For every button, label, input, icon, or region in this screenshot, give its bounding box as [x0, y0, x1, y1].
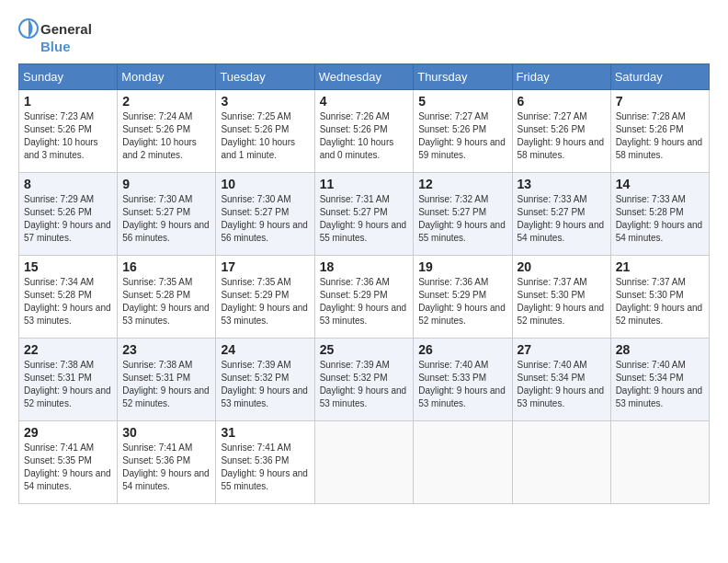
calendar-cell: 7 Sunrise: 7:28 AM Sunset: 5:26 PM Dayli…: [610, 90, 709, 173]
day-number: 21: [616, 259, 704, 274]
header-section: General Blue: [18, 18, 710, 54]
day-number: 26: [418, 342, 506, 357]
day-info: Sunrise: 7:23 AM Sunset: 5:26 PM Dayligh…: [24, 110, 112, 162]
calendar-cell: 16 Sunrise: 7:35 AM Sunset: 5:28 PM Dayl…: [118, 256, 216, 339]
day-info: Sunrise: 7:39 AM Sunset: 5:32 PM Dayligh…: [221, 359, 309, 410]
calendar-week-row: 29 Sunrise: 7:41 AM Sunset: 5:35 PM Dayl…: [19, 421, 710, 504]
calendar-cell: 31 Sunrise: 7:41 AM Sunset: 5:36 PM Dayl…: [216, 421, 314, 504]
day-info: Sunrise: 7:24 AM Sunset: 5:26 PM Dayligh…: [122, 110, 210, 162]
calendar-week-row: 15 Sunrise: 7:34 AM Sunset: 5:28 PM Dayl…: [19, 256, 710, 339]
calendar-cell: 18 Sunrise: 7:36 AM Sunset: 5:29 PM Dayl…: [314, 256, 414, 339]
day-info: Sunrise: 7:41 AM Sunset: 5:35 PM Dayligh…: [24, 442, 112, 493]
weekday-header: Saturday: [610, 64, 709, 90]
day-info: Sunrise: 7:36 AM Sunset: 5:29 PM Dayligh…: [418, 276, 506, 327]
day-info: Sunrise: 7:29 AM Sunset: 5:26 PM Dayligh…: [24, 193, 112, 245]
day-number: 2: [122, 94, 210, 109]
day-number: 27: [518, 342, 606, 357]
calendar-cell: 24 Sunrise: 7:39 AM Sunset: 5:32 PM Dayl…: [216, 339, 314, 421]
calendar-week-row: 1 Sunrise: 7:23 AM Sunset: 5:26 PM Dayli…: [19, 90, 710, 173]
day-info: Sunrise: 7:31 AM Sunset: 5:27 PM Dayligh…: [320, 193, 409, 245]
day-number: 29: [24, 425, 112, 440]
day-info: Sunrise: 7:33 AM Sunset: 5:27 PM Dayligh…: [518, 193, 606, 245]
day-info: Sunrise: 7:27 AM Sunset: 5:26 PM Dayligh…: [518, 110, 606, 162]
day-info: Sunrise: 7:30 AM Sunset: 5:27 PM Dayligh…: [122, 193, 210, 245]
day-info: Sunrise: 7:37 AM Sunset: 5:30 PM Dayligh…: [616, 276, 704, 327]
day-info: Sunrise: 7:33 AM Sunset: 5:28 PM Dayligh…: [616, 193, 704, 245]
day-info: Sunrise: 7:38 AM Sunset: 5:31 PM Dayligh…: [24, 359, 112, 410]
calendar-table: SundayMondayTuesdayWednesdayThursdayFrid…: [18, 63, 710, 504]
day-info: Sunrise: 7:40 AM Sunset: 5:34 PM Dayligh…: [616, 359, 704, 410]
day-number: 19: [418, 259, 506, 274]
weekday-header: Sunday: [19, 64, 118, 90]
day-info: Sunrise: 7:37 AM Sunset: 5:30 PM Dayligh…: [518, 276, 606, 327]
day-number: 17: [221, 259, 309, 274]
day-number: 25: [320, 342, 409, 357]
day-info: Sunrise: 7:30 AM Sunset: 5:27 PM Dayligh…: [221, 193, 309, 245]
calendar-cell: 4 Sunrise: 7:26 AM Sunset: 5:26 PM Dayli…: [314, 90, 414, 173]
logo-icon: [18, 18, 39, 39]
calendar-cell: 29 Sunrise: 7:41 AM Sunset: 5:35 PM Dayl…: [19, 421, 118, 504]
day-number: 13: [518, 177, 606, 191]
day-info: Sunrise: 7:39 AM Sunset: 5:32 PM Dayligh…: [320, 359, 409, 410]
calendar-header-row: SundayMondayTuesdayWednesdayThursdayFrid…: [19, 64, 710, 90]
logo: General Blue: [18, 18, 92, 54]
day-number: 31: [221, 425, 309, 440]
calendar-cell: 19 Sunrise: 7:36 AM Sunset: 5:29 PM Dayl…: [414, 256, 512, 339]
weekday-header: Friday: [512, 64, 610, 90]
day-number: 16: [122, 259, 210, 274]
calendar-cell: 6 Sunrise: 7:27 AM Sunset: 5:26 PM Dayli…: [512, 90, 610, 173]
day-number: 23: [122, 342, 210, 357]
calendar-cell: 15 Sunrise: 7:34 AM Sunset: 5:28 PM Dayl…: [19, 256, 118, 339]
logo-text-general: General: [40, 21, 92, 37]
day-number: 7: [616, 94, 704, 109]
day-number: 28: [616, 342, 704, 357]
day-number: 14: [616, 177, 704, 191]
day-number: 18: [320, 259, 409, 274]
day-number: 11: [320, 177, 409, 191]
weekday-header: Tuesday: [216, 64, 314, 90]
calendar-cell: 5 Sunrise: 7:27 AM Sunset: 5:26 PM Dayli…: [414, 90, 512, 173]
calendar-cell: 30 Sunrise: 7:41 AM Sunset: 5:36 PM Dayl…: [118, 421, 216, 504]
day-info: Sunrise: 7:32 AM Sunset: 5:27 PM Dayligh…: [418, 193, 506, 245]
weekday-header: Monday: [118, 64, 216, 90]
day-number: 22: [24, 342, 112, 357]
calendar-cell: 2 Sunrise: 7:24 AM Sunset: 5:26 PM Dayli…: [118, 90, 216, 173]
calendar-cell: 20 Sunrise: 7:37 AM Sunset: 5:30 PM Dayl…: [512, 256, 610, 339]
calendar-cell: 1 Sunrise: 7:23 AM Sunset: 5:26 PM Dayli…: [19, 90, 118, 173]
day-number: 1: [24, 94, 112, 109]
day-number: 10: [221, 177, 309, 191]
calendar-cell: 10 Sunrise: 7:30 AM Sunset: 5:27 PM Dayl…: [216, 173, 314, 256]
calendar-cell: 25 Sunrise: 7:39 AM Sunset: 5:32 PM Dayl…: [314, 339, 414, 421]
day-number: 8: [24, 177, 112, 191]
day-number: 3: [221, 94, 309, 109]
day-info: Sunrise: 7:28 AM Sunset: 5:26 PM Dayligh…: [616, 110, 704, 162]
day-info: Sunrise: 7:40 AM Sunset: 5:34 PM Dayligh…: [518, 359, 606, 410]
calendar-cell: 11 Sunrise: 7:31 AM Sunset: 5:27 PM Dayl…: [314, 173, 414, 256]
weekday-header: Wednesday: [314, 64, 414, 90]
calendar-cell: [610, 421, 709, 504]
day-info: Sunrise: 7:40 AM Sunset: 5:33 PM Dayligh…: [418, 359, 506, 410]
calendar-cell: 9 Sunrise: 7:30 AM Sunset: 5:27 PM Dayli…: [118, 173, 216, 256]
day-number: 24: [221, 342, 309, 357]
day-info: Sunrise: 7:27 AM Sunset: 5:26 PM Dayligh…: [418, 110, 506, 162]
calendar-week-row: 22 Sunrise: 7:38 AM Sunset: 5:31 PM Dayl…: [19, 339, 710, 421]
calendar-cell: [414, 421, 512, 504]
day-info: Sunrise: 7:26 AM Sunset: 5:26 PM Dayligh…: [320, 110, 409, 162]
day-number: 4: [320, 94, 409, 109]
day-number: 9: [122, 177, 210, 191]
day-number: 12: [418, 177, 506, 191]
day-info: Sunrise: 7:41 AM Sunset: 5:36 PM Dayligh…: [221, 442, 309, 493]
day-number: 30: [122, 425, 210, 440]
calendar-cell: 28 Sunrise: 7:40 AM Sunset: 5:34 PM Dayl…: [610, 339, 709, 421]
day-info: Sunrise: 7:34 AM Sunset: 5:28 PM Dayligh…: [24, 276, 112, 327]
day-number: 5: [418, 94, 506, 109]
calendar-cell: 3 Sunrise: 7:25 AM Sunset: 5:26 PM Dayli…: [216, 90, 314, 173]
calendar-cell: [314, 421, 414, 504]
day-number: 6: [518, 94, 606, 109]
day-info: Sunrise: 7:36 AM Sunset: 5:29 PM Dayligh…: [320, 276, 409, 327]
day-info: Sunrise: 7:25 AM Sunset: 5:26 PM Dayligh…: [221, 110, 309, 162]
day-info: Sunrise: 7:35 AM Sunset: 5:29 PM Dayligh…: [221, 276, 309, 327]
calendar-cell: 26 Sunrise: 7:40 AM Sunset: 5:33 PM Dayl…: [414, 339, 512, 421]
day-number: 20: [518, 259, 606, 274]
calendar-cell: 14 Sunrise: 7:33 AM Sunset: 5:28 PM Dayl…: [610, 173, 709, 256]
